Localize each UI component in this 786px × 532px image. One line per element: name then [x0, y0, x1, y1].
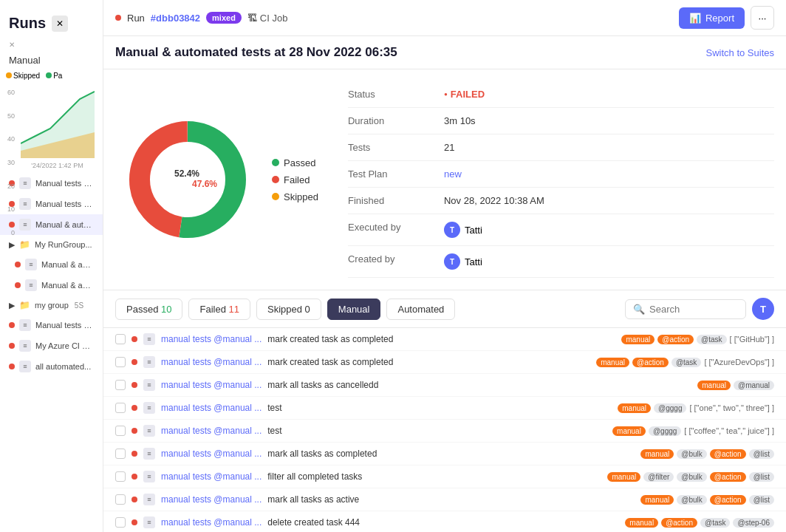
- test-icon-9: ≡: [19, 361, 31, 372]
- sidebar: Runs ✕ ✕ Manual Skipped Pa 6050403020100…: [0, 0, 103, 532]
- item-label-0: Manual tests a...: [35, 179, 94, 188]
- test-checkbox[interactable]: [115, 357, 126, 367]
- sidebar-item-2[interactable]: ≡ Manual & auto...: [0, 214, 103, 235]
- sidebar-item-7[interactable]: ≡ Manual tests a...: [0, 315, 103, 335]
- test-list: ≡manual tests @manual ...mark created ta…: [103, 328, 786, 532]
- test-status-dot: [131, 359, 137, 365]
- status-testplan-link[interactable]: new: [444, 168, 462, 180]
- switch-suites-button[interactable]: Switch to Suites: [706, 47, 775, 58]
- test-case-name: test: [267, 426, 606, 436]
- skipped-filter-button[interactable]: Skipped 0: [256, 299, 321, 320]
- tag-item: @task: [671, 358, 702, 367]
- tag-item: manual: [640, 449, 674, 459]
- sidebar-item-4[interactable]: ≡ Manual & auto...: [0, 254, 103, 275]
- sidebar-item-9[interactable]: ≡ all automated...: [0, 356, 103, 377]
- legend-color-failed: [272, 176, 279, 183]
- tag-item: @action: [632, 358, 669, 367]
- y-axis: 6050403020100: [0, 89, 15, 236]
- test-suite-name[interactable]: manual tests @manual ...: [161, 494, 262, 505]
- tag-array: [ ["coffee"," tea"," juice"] ]: [684, 426, 774, 435]
- status-row-testplan: Test Plan new: [348, 161, 774, 188]
- item-label-1: Manual tests @manual ...: [35, 200, 94, 208]
- test-suite-name[interactable]: manual tests @manual ...: [161, 380, 262, 390]
- test-suite-name[interactable]: manual tests @manual ...: [161, 403, 262, 413]
- legend-failed: Failed: [272, 174, 318, 185]
- test-case-name: mark all tasks as completed: [267, 449, 635, 459]
- test-row: ≡manual tests @manual ...mark created ta…: [103, 351, 786, 374]
- test-row: ≡manual tests @manual ...testmanual@gggg…: [103, 397, 786, 420]
- test-checkbox[interactable]: [115, 517, 126, 528]
- test-checkbox[interactable]: [115, 449, 126, 459]
- test-case-name: delete created task 444: [267, 517, 619, 528]
- test-checkbox[interactable]: [115, 334, 126, 344]
- donut-svg: 52.4% 47.6%: [121, 113, 254, 246]
- report-button[interactable]: 📊 Report: [679, 7, 745, 29]
- run-id[interactable]: #dbb03842: [151, 13, 200, 24]
- test-row: ≡manual tests @manual ...testmanual@gggg…: [103, 420, 786, 443]
- test-suite-name[interactable]: manual tests @manual ...: [161, 471, 262, 482]
- svg-text:52.4%: 52.4%: [174, 168, 199, 179]
- sidebar-item-0[interactable]: ≡ Manual tests a...: [0, 173, 103, 194]
- test-icon-2: ≡: [19, 219, 31, 231]
- test-tags: manual@gggg[ ["one"," two"," three"] ]: [618, 403, 774, 413]
- search-icon: 🔍: [633, 304, 645, 315]
- test-row: ≡manual tests @manual ...mark all tasks …: [103, 443, 786, 466]
- test-status-dot: [131, 474, 137, 480]
- test-checkbox[interactable]: [115, 380, 126, 390]
- folder-icon-3: 📁: [19, 239, 30, 250]
- failed-dot: ●: [444, 91, 448, 98]
- status-label-testplan: Test Plan: [348, 168, 444, 180]
- run-info: Run #dbb03842 mixed 🏗 CI Job: [115, 12, 287, 24]
- test-case-name: filter all completed tasks: [267, 471, 601, 482]
- test-checkbox[interactable]: [115, 494, 126, 505]
- sidebar-item-3[interactable]: ▶ 📁 My RunGroup...: [0, 235, 103, 254]
- svg-text:47.6%: 47.6%: [192, 179, 217, 189]
- chart-area: 52.4% 47.6% Passed Failed Skipped: [103, 69, 336, 290]
- user-avatar[interactable]: T: [752, 298, 774, 320]
- test-row: ≡manual tests @manual ...mark all tasks …: [103, 488, 786, 511]
- automated-filter-button[interactable]: Automated: [386, 299, 455, 320]
- item-label-5: Manual & auto...: [41, 281, 94, 290]
- item-label-7: Manual tests a...: [35, 321, 94, 330]
- tag-array: [ ["GitHub"] ]: [730, 335, 774, 344]
- tag-item: @action: [657, 335, 694, 344]
- test-suite-name[interactable]: manual tests @manual ...: [161, 357, 262, 367]
- status-value-tests: 21: [444, 142, 454, 153]
- test-checkbox[interactable]: [115, 471, 126, 482]
- sidebar-item-5[interactable]: ≡ Manual & auto...: [0, 275, 103, 296]
- test-suite-name[interactable]: manual tests @manual ...: [161, 334, 262, 344]
- tag-item: manual: [640, 495, 674, 505]
- test-suite-name[interactable]: manual tests @manual ...: [161, 426, 262, 436]
- sidebar-item-1[interactable]: ≡ Manual tests @manual ...: [0, 194, 103, 214]
- topbar: Run #dbb03842 mixed 🏗 CI Job 📊 Report ··…: [103, 0, 786, 36]
- item-label-8: My Azure CI Ru...: [35, 341, 94, 350]
- test-type-icon: ≡: [143, 494, 155, 505]
- search-box[interactable]: 🔍: [625, 299, 746, 319]
- more-button[interactable]: ···: [751, 6, 774, 30]
- failed-filter-button[interactable]: Failed 11: [188, 299, 250, 320]
- manual-filter-button[interactable]: Manual: [327, 299, 381, 320]
- status-label-duration: Duration: [348, 115, 444, 126]
- test-suite-name[interactable]: manual tests @manual ...: [161, 449, 262, 459]
- sidebar-item-6[interactable]: ▶ 📁 my group 5S: [0, 296, 103, 315]
- test-checkbox[interactable]: [115, 426, 126, 436]
- sidebar-header: Runs ✕: [0, 7, 103, 39]
- test-icon-5: ≡: [25, 279, 37, 291]
- item-count-6: 5S: [75, 301, 83, 310]
- passed-filter-button[interactable]: Passed 10: [115, 299, 182, 320]
- test-type-icon: ≡: [143, 471, 155, 482]
- legend-color-passed: [272, 159, 279, 166]
- search-input[interactable]: [649, 304, 738, 315]
- test-icon-8: ≡: [19, 340, 31, 352]
- chart-icon: 📊: [689, 13, 701, 24]
- item-dot-7: [9, 322, 15, 328]
- sidebar-item-8[interactable]: ≡ My Azure CI Ru...: [0, 335, 103, 356]
- item-dot-8: [9, 343, 15, 349]
- legend-passed: Pa: [46, 72, 62, 80]
- close-button[interactable]: ✕: [52, 16, 68, 32]
- test-type-icon: ≡: [143, 425, 155, 437]
- test-type-icon: ≡: [143, 356, 155, 368]
- test-suite-name[interactable]: manual tests @manual ...: [161, 517, 262, 528]
- test-checkbox[interactable]: [115, 403, 126, 413]
- topbar-actions: 📊 Report ···: [679, 6, 774, 30]
